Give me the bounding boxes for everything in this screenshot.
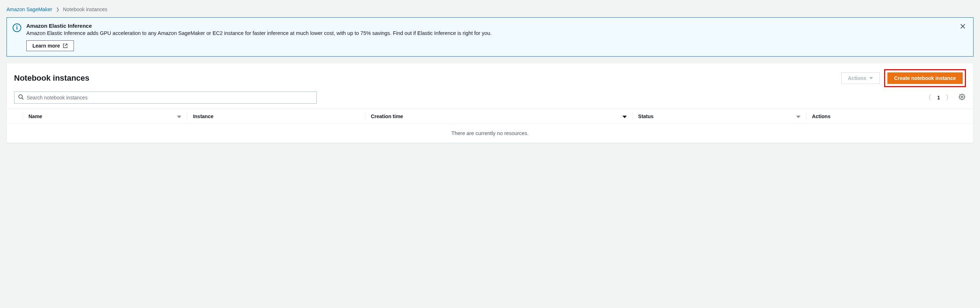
sort-icon xyxy=(622,113,627,119)
svg-line-1 xyxy=(22,98,24,99)
col-instance[interactable]: Instance xyxy=(187,109,365,124)
breadcrumb: Amazon SageMaker ❯ Notebook instances xyxy=(6,6,974,12)
svg-point-2 xyxy=(961,96,963,98)
notebook-instances-panel: Notebook instances Actions Create notebo… xyxy=(6,63,974,143)
search-icon xyxy=(18,94,24,101)
settings-button[interactable] xyxy=(958,93,966,103)
chevron-left-icon: 〈 xyxy=(925,94,931,101)
actions-label: Actions xyxy=(848,75,867,81)
svg-point-0 xyxy=(19,95,22,98)
search-input[interactable] xyxy=(27,95,313,100)
learn-more-button[interactable]: Learn more xyxy=(26,40,74,51)
col-actions: Actions xyxy=(806,109,973,124)
instances-table: Name Instance Creation time Status Actio… xyxy=(7,109,973,143)
page-number: 1 xyxy=(937,95,940,100)
info-icon: i xyxy=(13,24,21,32)
close-banner-button[interactable]: ✕ xyxy=(958,23,967,31)
breadcrumb-root[interactable]: Amazon SageMaker xyxy=(6,6,52,12)
chevron-right-icon: ❯ xyxy=(56,7,59,12)
breadcrumb-current: Notebook instances xyxy=(63,6,107,12)
create-highlight: Create notebook instance xyxy=(884,69,966,87)
col-status[interactable]: Status xyxy=(633,109,806,124)
caret-down-icon xyxy=(869,77,873,79)
empty-state-text: There are currently no resources. xyxy=(7,124,973,143)
sort-icon xyxy=(177,113,181,119)
search-box[interactable] xyxy=(14,92,317,104)
next-page-button[interactable]: 〉 xyxy=(945,92,953,103)
col-select xyxy=(7,109,23,124)
create-notebook-instance-button[interactable]: Create notebook instance xyxy=(888,72,963,84)
banner-text: Amazon Elastic Inference adds GPU accele… xyxy=(26,30,953,37)
pagination: 〈 1 〉 xyxy=(924,92,966,103)
actions-dropdown[interactable]: Actions xyxy=(841,72,880,84)
col-name[interactable]: Name xyxy=(23,109,187,124)
empty-state-row: There are currently no resources. xyxy=(7,124,973,143)
prev-page-button[interactable]: 〈 xyxy=(924,92,932,103)
external-link-icon xyxy=(63,43,68,48)
info-banner: i Amazon Elastic Inference Amazon Elasti… xyxy=(6,17,974,57)
banner-title: Amazon Elastic Inference xyxy=(26,23,953,29)
gear-icon xyxy=(959,94,965,102)
chevron-right-icon: 〉 xyxy=(946,94,952,101)
sort-icon xyxy=(796,113,800,119)
close-icon: ✕ xyxy=(959,22,966,31)
panel-title: Notebook instances xyxy=(14,73,841,83)
learn-more-label: Learn more xyxy=(32,43,60,49)
col-creation-time[interactable]: Creation time xyxy=(365,109,633,124)
